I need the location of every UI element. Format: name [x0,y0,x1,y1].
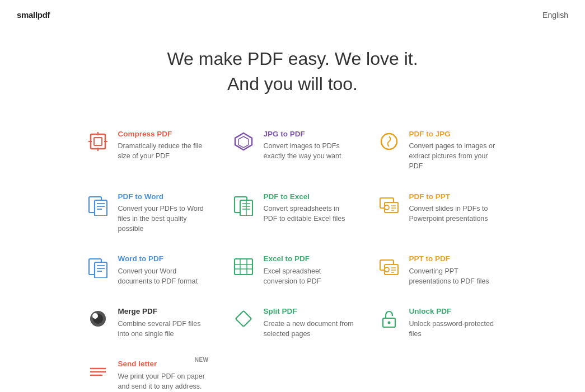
word-to-pdf-desc: Convert your Word documents to PDF forma… [118,266,209,286]
jpg-to-pdf-title: JPG to PDF [264,129,354,139]
pdf-to-jpg-text: PDF to JPG Convert pages to images or ex… [409,129,500,172]
tool-send-letter[interactable]: NEW Send letter We print your PDF on pap… [74,349,220,392]
svg-rect-31 [235,259,252,275]
send-letter-icon [86,359,110,384]
pdf-to-jpg-desc: Convert pages to images or extract pictu… [409,141,500,171]
pdf-to-word-icon [86,192,110,216]
tool-excel-to-pdf[interactable]: Excel to PDF Excel spreadsheet conversio… [220,244,366,296]
unlock-pdf-text: Unlock PDF Unlock password-protected fil… [409,306,500,339]
compress-pdf-text: Compress PDF Dramatically reduce the fil… [118,129,209,162]
word-to-pdf-icon [86,254,110,278]
merge-pdf-desc: Combine several PDF files into one singl… [118,319,209,339]
word-to-pdf-text: Word to PDF Convert your Word documents … [118,254,209,286]
svg-rect-37 [385,265,398,275]
ppt-to-pdf-text: PPT to PDF Converting PPT presentations … [409,254,500,286]
split-pdf-icon [231,306,256,331]
ppt-to-pdf-desc: Converting PPT presentations to PDF file… [409,266,500,286]
pdf-to-word-text: PDF to Word Convert your PDFs to Word fi… [118,192,209,234]
jpg-to-pdf-icon [231,129,256,154]
excel-to-pdf-text: Excel to PDF Excel spreadsheet conversio… [264,254,354,286]
merge-pdf-text: Merge PDF Combine several PDF files into… [118,306,209,339]
ppt-to-pdf-icon [377,254,401,278]
send-letter-desc: We print your PDF on paper and send it t… [118,371,209,391]
word-to-pdf-title: Word to PDF [118,254,209,264]
svg-rect-45 [235,311,251,327]
tool-split-pdf[interactable]: Split PDF Create a new document from sel… [220,296,366,349]
pdf-to-word-title: PDF to Word [118,192,209,202]
pdf-to-ppt-text: PDF to PPT Convert slides in PDFs to Pow… [409,192,500,224]
svg-point-47 [387,322,390,324]
pdf-to-jpg-title: PDF to JPG [409,129,500,139]
tool-ppt-to-pdf[interactable]: PPT to PDF Converting PPT presentations … [366,244,511,296]
merge-pdf-title: Merge PDF [118,306,209,317]
pdf-to-ppt-desc: Convert slides in PDFs to Powerpoint pre… [409,204,500,224]
pdf-to-excel-desc: Convert spreadsheets in PDF to editable … [264,204,354,224]
tool-pdf-to-excel[interactable]: PDF to Excel Convert spreadsheets in PDF… [220,182,366,244]
hero-section: We make PDF easy. We love it. And you wi… [0,30,585,119]
tool-pdf-to-word[interactable]: PDF to Word Convert your PDFs to Word fi… [74,182,220,244]
pdf-to-excel-title: PDF to Excel [264,192,354,202]
excel-to-pdf-title: Excel to PDF [264,254,354,264]
send-letter-text: Send letter We print your PDF on paper a… [118,359,209,391]
tool-pdf-to-ppt[interactable]: PDF to PPT Convert slides in PDFs to Pow… [366,182,511,244]
tool-word-to-pdf[interactable]: Word to PDF Convert your Word documents … [74,244,220,296]
jpg-to-pdf-text: JPG to PDF Convert images to PDFs exactl… [264,129,354,162]
pdf-to-excel-text: PDF to Excel Convert spreadsheets in PDF… [264,192,354,224]
unlock-pdf-desc: Unlock password-protected files [409,319,500,339]
compress-pdf-desc: Dramatically reduce the file size of you… [118,141,209,161]
pdf-to-excel-icon [231,192,256,216]
tool-pdf-to-jpg[interactable]: PDF to JPG Convert pages to images or ex… [366,119,511,182]
excel-to-pdf-icon [231,254,256,278]
tool-unlock-pdf[interactable]: Unlock PDF Unlock password-protected fil… [366,296,511,349]
pdf-to-ppt-icon [377,192,401,216]
svg-rect-1 [94,138,102,145]
pdf-to-jpg-icon [377,129,401,154]
compress-pdf-icon [86,129,110,154]
tool-compress-pdf[interactable]: Compress PDF Dramatically reduce the fil… [74,119,220,182]
tools-grid: Compress PDF Dramatically reduce the fil… [52,119,533,392]
svg-point-44 [92,313,98,319]
site-logo[interactable]: smallpdf [17,10,50,20]
svg-rect-21 [385,202,398,212]
new-badge: NEW [195,357,209,363]
unlock-pdf-icon [377,306,401,331]
jpg-to-pdf-desc: Convert images to PDFs exactly the way y… [264,141,354,161]
compress-pdf-title: Compress PDF [118,129,209,139]
merge-pdf-icon [86,306,110,331]
hero-line2: And you will too. [227,74,358,94]
pdf-to-ppt-title: PDF to PPT [409,192,500,202]
unlock-pdf-title: Unlock PDF [409,306,500,317]
svg-marker-7 [238,136,249,148]
svg-rect-10 [95,200,107,216]
tool-merge-pdf[interactable]: Merge PDF Combine several PDF files into… [74,296,220,349]
svg-rect-27 [95,262,107,278]
split-pdf-desc: Create a new document from selected page… [264,319,354,339]
hero-line1: We make PDF easy. We love it. [167,49,418,69]
pdf-to-word-desc: Convert your PDFs to Word files in the b… [118,204,209,234]
svg-rect-0 [91,134,105,149]
language-selector[interactable]: English [542,11,568,20]
split-pdf-text: Split PDF Create a new document from sel… [264,306,354,339]
ppt-to-pdf-title: PPT to PDF [409,254,500,264]
excel-to-pdf-desc: Excel spreadsheet conversion to PDF [264,266,354,286]
split-pdf-title: Split PDF [264,306,354,317]
tool-jpg-to-pdf[interactable]: JPG to PDF Convert images to PDFs exactl… [220,119,366,182]
